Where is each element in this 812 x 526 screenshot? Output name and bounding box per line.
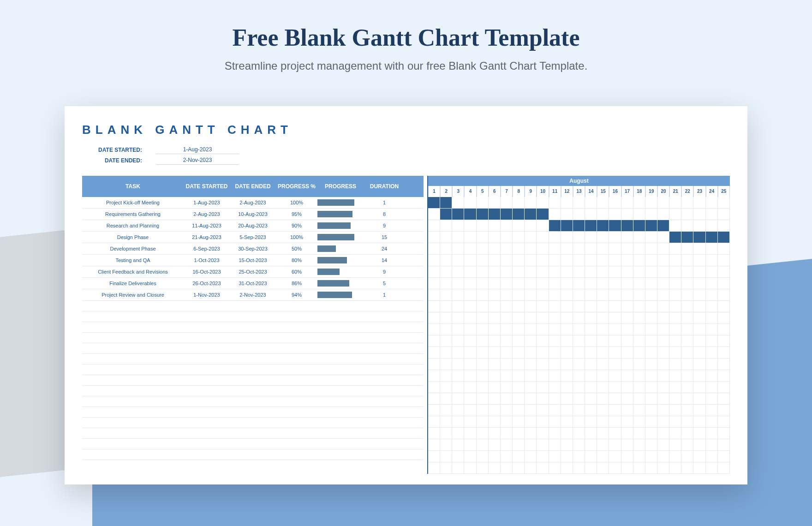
cell-task: Project Kick-off Meeting: [82, 200, 184, 205]
timeline-day: 11: [549, 186, 561, 197]
task-row: Testing and QA1-Oct-202315-Oct-202380%14: [82, 255, 424, 266]
timeline-cell: [525, 278, 537, 289]
timeline-cell: [718, 416, 730, 427]
timeline-cell: [645, 359, 657, 370]
task-table-header: TASK DATE STARTED DATE ENDED PROGRESS % …: [82, 176, 424, 197]
cell-task: Project Review and Closure: [82, 292, 184, 298]
timeline-cell: [537, 197, 549, 208]
timeline-cell: [561, 405, 573, 416]
cell-progress-pct: 60%: [276, 269, 317, 275]
timeline-cell: [706, 232, 718, 243]
timeline-cell: [440, 301, 452, 312]
timeline-cell: [681, 301, 693, 312]
timeline-cell: [561, 266, 573, 277]
task-row-blank: [82, 439, 424, 449]
timeline-cell: [706, 266, 718, 277]
timeline-cell: [428, 312, 440, 323]
timeline-cell: [573, 266, 585, 277]
timeline-cell: [645, 220, 657, 231]
timeline-cell: [573, 312, 585, 323]
timeline-cell: [501, 416, 513, 427]
cell-task: Requirements Gathering: [82, 211, 184, 217]
timeline-cell: [561, 324, 573, 335]
timeline-cell: [621, 335, 633, 347]
timeline-cell: [597, 255, 609, 266]
timeline-cell: [561, 220, 573, 231]
timeline-cell: [573, 451, 585, 462]
cell-task: Testing and QA: [82, 257, 184, 263]
timeline-cell: [537, 335, 549, 347]
timeline-cell: [525, 197, 537, 208]
cell-date-ended: 31-Oct-2023: [230, 281, 276, 286]
timeline-cell: [718, 220, 730, 231]
timeline-cell: [633, 382, 645, 393]
timeline-cell: [489, 451, 501, 462]
timeline-cell: [706, 451, 718, 462]
timeline-cell: [440, 232, 452, 243]
timeline-day: 22: [681, 186, 693, 197]
timeline-cell: [597, 416, 609, 427]
timeline-cell: [597, 232, 609, 243]
timeline-cell: [609, 405, 621, 416]
timeline-day: 20: [657, 186, 669, 197]
timeline-cell: [452, 220, 464, 231]
timeline-cell: [609, 347, 621, 358]
timeline-cell: [633, 197, 645, 208]
timeline-cell: [706, 301, 718, 312]
timeline-cell: [464, 393, 476, 404]
timeline-cell: [621, 428, 633, 439]
timeline-cell: [477, 312, 489, 323]
timeline-cell: [657, 289, 669, 300]
timeline-cell: [428, 416, 440, 427]
cell-date-started: 26-Oct-2023: [184, 281, 230, 286]
timeline-cell: [585, 370, 597, 381]
timeline-cell: [513, 451, 525, 462]
timeline-cell: [597, 451, 609, 462]
timeline-cell: [693, 370, 705, 381]
timeline-cell: [537, 370, 549, 381]
timeline-cell: [657, 359, 669, 370]
timeline-cell: [706, 462, 718, 473]
timeline-cell: [477, 278, 489, 289]
timeline-cell: [428, 220, 440, 231]
timeline-cell: [537, 243, 549, 254]
card-title: BLANK GANTT CHART: [82, 123, 730, 137]
timeline-cell: [464, 439, 476, 450]
timeline-cell: [477, 359, 489, 370]
timeline-cell: [597, 462, 609, 473]
timeline-cell: [549, 359, 561, 370]
timeline-cell: [621, 347, 633, 358]
timeline-cell: [477, 255, 489, 266]
timeline-cell: [621, 324, 633, 335]
timeline-cell: [669, 370, 681, 381]
timeline-cell: [681, 209, 693, 220]
cell-progress-pct: 95%: [276, 211, 317, 217]
timeline-cell: [693, 359, 705, 370]
timeline-cell: [706, 209, 718, 220]
task-row-blank: [82, 386, 424, 396]
timeline-cell: [561, 359, 573, 370]
timeline-cell: [706, 416, 718, 427]
timeline-cell: [537, 439, 549, 450]
timeline-day: 24: [706, 186, 718, 197]
task-row-blank: [82, 396, 424, 407]
timeline-cell: [489, 439, 501, 450]
timeline-cell: [513, 232, 525, 243]
timeline-cell: [657, 416, 669, 427]
timeline-cell: [693, 197, 705, 208]
timeline-cell: [464, 347, 476, 358]
cell-progress-bar: [317, 280, 364, 287]
timeline-cell: [573, 393, 585, 404]
timeline-cell: [585, 359, 597, 370]
timeline-cell: [681, 370, 693, 381]
cell-date-started: 11-Aug-2023: [184, 223, 230, 228]
page-title: Free Blank Gantt Chart Template: [0, 24, 812, 51]
timeline-cell: [561, 382, 573, 393]
timeline-cell: [464, 278, 476, 289]
timeline-cell: [573, 416, 585, 427]
timeline-cell: [549, 266, 561, 277]
timeline-row: [428, 451, 730, 462]
timeline-cell: [585, 266, 597, 277]
timeline-cell: [464, 301, 476, 312]
timeline-cell: [428, 462, 440, 473]
